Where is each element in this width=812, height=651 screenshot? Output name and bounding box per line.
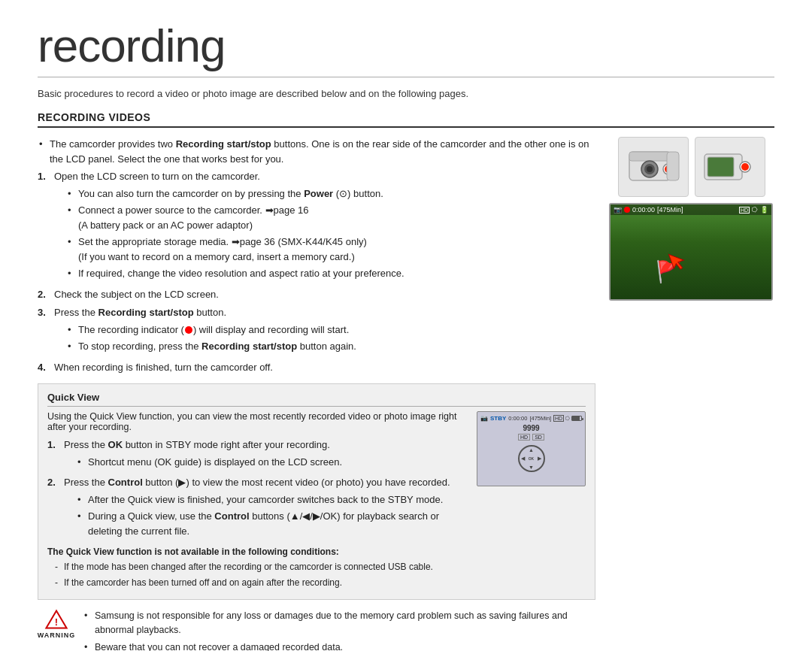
camera-svg-2 [698,141,762,193]
quick-view-title: Quick View [47,392,586,407]
warning-triangle-icon: ! [44,609,68,630]
step-1: 1. Open the LCD screen to turn on the ca… [38,169,595,283]
camera-svg-1 [622,141,686,193]
steps-list: 1. Open the LCD screen to turn on the ca… [38,169,595,374]
sub-bullet: To stop recording, press the Recording s… [68,339,595,354]
quick-view-section: Quick View Using the Quick View function… [38,383,595,600]
svg-rect-17 [707,157,734,177]
qv-dash-list: If the mode has been changed after the r… [47,560,468,589]
stby-topbar: 📷 STBY 0:00:00 [475Min] HD ⭔ [480,415,582,422]
rec-dot [624,207,630,213]
quick-view-left: Using the Quick View function, you can v… [47,411,468,592]
lcd-preview: 📷 0:00:00 [475Min] HD ⭔ 🔋 🚩 [609,203,773,301]
quick-view-right: 📷 STBY 0:00:00 [475Min] HD ⭔ 999 [477,411,586,592]
step-2: 2. Check the subject on the LCD screen. [38,287,595,302]
lcd-time: 0:00:00 [632,206,655,213]
grass-background [611,204,771,299]
sub-bullet: After the Quick view is finished, your c… [77,492,468,507]
svg-rect-9 [629,152,671,161]
qv-step-1: 1. Press the OK button in STBY mode righ… [47,438,468,471]
qv-step-2: 2. Press the Control button (▶) to view … [47,475,468,540]
lcd-topbar-left: 📷 0:00:00 [475Min] [614,206,683,213]
stby-file-number: 9999 [480,424,582,432]
quick-view-content: Using the Quick View function, you can v… [47,411,586,592]
recording-indicator [185,326,192,334]
sub-bullet: The recording indicator () will display … [68,322,595,338]
qv-intro: Using the Quick View function, you can v… [47,411,468,432]
battery-icon [571,416,582,421]
dash-item: If the mode has been changed after the r… [55,560,468,574]
sub-bullet: If required, change the video resolution… [68,266,595,281]
step-1-subs: You can also turn the camcorder on by pr… [54,186,595,281]
qv-steps: 1. Press the OK button in STBY mode righ… [47,438,468,540]
left-column: The camcorder provides two Recording sta… [38,137,595,651]
warning-section: ! WARNING Samsung is not responsible for… [38,609,595,651]
step-3-subs: The recording indicator () will display … [54,322,595,354]
svg-point-19 [741,163,749,171]
sub-bullet: During a Quick view, use the Control but… [77,509,468,538]
warning-label: WARNING [38,631,76,639]
camera-image-1 [618,137,689,197]
dash-item: If the camcorder has been turned off and… [55,576,468,589]
main-content: The camcorder provides two Recording sta… [38,137,774,651]
svg-text:!: ! [55,616,58,628]
lcd-topbar: 📷 0:00:00 [475Min] HD ⭔ 🔋 [611,204,771,215]
lcd-topbar-right: HD ⭔ 🔋 [739,206,768,213]
svg-point-12 [647,166,653,172]
sub-bullet: Connect a power source to the camcorder.… [68,203,595,232]
sub-bullet: Set the appropriate storage media. ➡page… [68,235,595,264]
warning-bullets: Samsung is not responsible for any loss … [83,609,595,651]
stby-screen: 📷 STBY 0:00:00 [475Min] HD ⭔ 999 [477,411,586,486]
intro-bullets: The camcorder provides two Recording sta… [38,137,595,166]
sub-bullet: You can also turn the camcorder on by pr… [68,186,595,201]
warning-bullet: Samsung is not responsible for any loss … [83,609,595,637]
section-title: RECORDING VIDEOS [38,111,774,128]
camera-images [609,137,774,197]
qv-bold-note: The Quick View function is not available… [47,547,468,557]
warning-icon-wrap: ! WARNING [38,609,75,639]
warning-bullet: Beware that you can not recover a damage… [83,640,595,652]
camera-image-2 [695,137,765,197]
stby-controls: ▲ ◀OK▶ ▼ [480,445,582,472]
lcd-remaining: [475Min] [657,206,683,213]
step-4: 4. When recording is finished, turn the … [38,360,595,375]
intro-text: Basic procedures to record a video or ph… [38,88,774,99]
svg-rect-15 [667,152,679,180]
control-circle[interactable]: ▲ ◀OK▶ ▼ [518,445,545,472]
step-3: 3. Press the Recording start/stop button… [38,305,595,356]
page-title: recording [38,23,774,77]
bullet-item: The camcorder provides two Recording sta… [38,137,595,166]
sub-bullet: Shortcut menu (OK guide) is displayed on… [77,455,468,470]
right-column: 📷 0:00:00 [475Min] HD ⭔ 🔋 🚩 [609,137,774,651]
